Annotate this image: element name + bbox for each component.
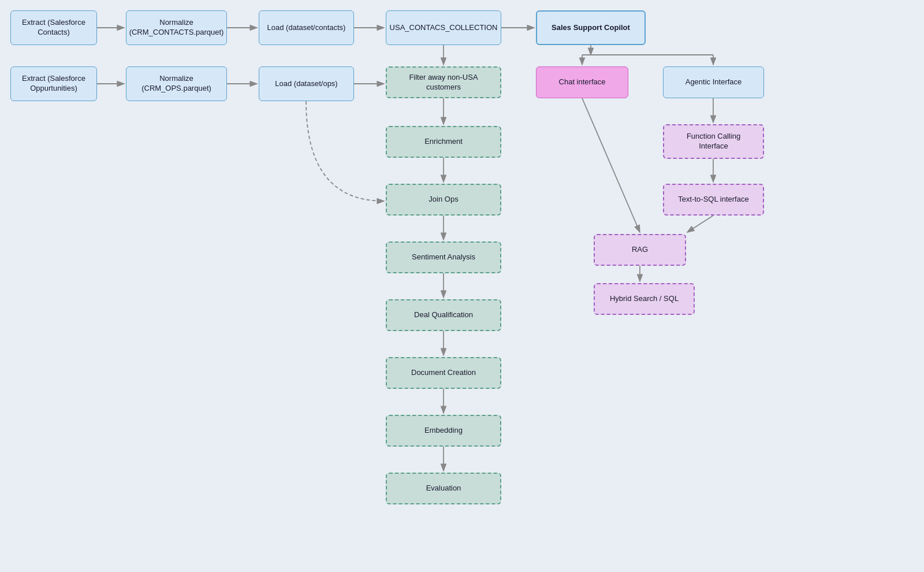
load-ops-node: Load (dataset/ops): [259, 66, 354, 101]
svg-line-22: [582, 98, 640, 232]
load-contacts-node: Load (dataset/contacts): [259, 10, 354, 45]
agentic-interface-node: Agentic Interface: [663, 66, 764, 98]
diagram: Extract (Salesforce Contacts) Normalize …: [0, 0, 924, 572]
document-creation-node: Document Creation: [386, 357, 501, 389]
sales-copilot-node: Sales Support Copilot: [536, 10, 646, 45]
embedding-node: Embedding: [386, 415, 501, 447]
text-to-sql-node: Text-to-SQL interface: [663, 184, 764, 216]
hybrid-search-node: Hybrid Search / SQL: [594, 283, 695, 315]
normalize-contacts-node: Normalize (CRM_CONTACTS.parquet): [126, 10, 227, 45]
evaluation-node: Evaluation: [386, 473, 501, 504]
extract-contacts-node: Extract (Salesforce Contacts): [10, 10, 97, 45]
join-ops-node: Join Ops: [386, 184, 501, 216]
extract-opps-node: Extract (Salesforce Oppurtunities): [10, 66, 97, 101]
normalize-ops-node: Normalize (CRM_OPS.parquet): [126, 66, 227, 101]
enrichment-node: Enrichment: [386, 126, 501, 158]
chat-interface-node: Chat interface: [536, 66, 628, 98]
filter-node: Filter away non-USA customers: [386, 66, 501, 98]
svg-line-23: [687, 216, 713, 232]
function-calling-node: Function Calling Interface: [663, 124, 764, 159]
usa-collection-node: USA_CONTACS_COLLECTION: [386, 10, 501, 45]
deal-qualification-node: Deal Qualification: [386, 299, 501, 331]
sentiment-node: Sentiment Analysis: [386, 242, 501, 273]
rag-node: RAG: [594, 234, 686, 266]
